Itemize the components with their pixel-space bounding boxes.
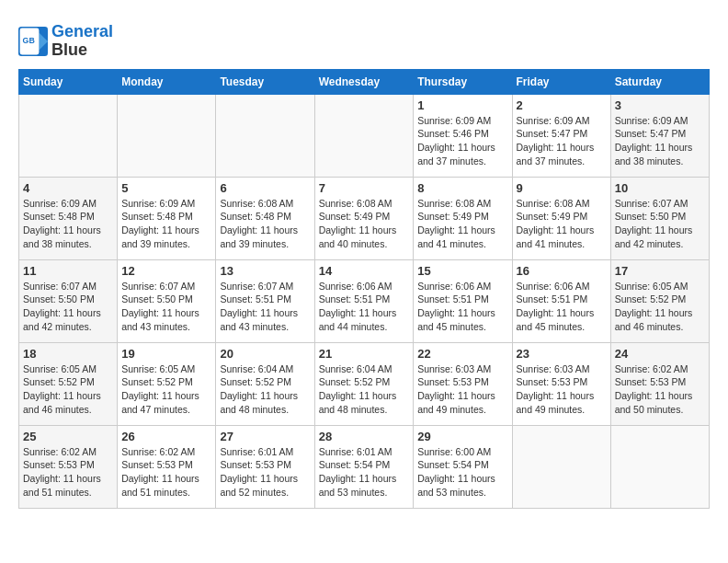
- day-info: Sunrise: 6:05 AM Sunset: 5:52 PM Dayligh…: [615, 280, 705, 334]
- calendar-cell: 24Sunrise: 6:02 AM Sunset: 5:53 PM Dayli…: [610, 342, 709, 425]
- day-info: Sunrise: 6:08 AM Sunset: 5:48 PM Dayligh…: [220, 197, 310, 251]
- day-info: Sunrise: 6:00 AM Sunset: 5:54 PM Dayligh…: [417, 445, 507, 500]
- calendar-cell: 17Sunrise: 6:05 AM Sunset: 5:52 PM Dayli…: [610, 259, 709, 342]
- calendar-cell: 4Sunrise: 6:09 AM Sunset: 5:48 PM Daylig…: [19, 177, 118, 259]
- page-header: GB GeneralBlue: [18, 18, 710, 60]
- day-number: 28: [319, 430, 410, 443]
- day-info: Sunrise: 6:07 AM Sunset: 5:50 PM Dayligh…: [615, 197, 705, 251]
- calendar-week-row: 25Sunrise: 6:02 AM Sunset: 5:53 PM Dayli…: [19, 425, 710, 508]
- calendar-cell: [610, 425, 709, 508]
- day-header-wednesday: Wednesday: [314, 69, 414, 94]
- day-info: Sunrise: 6:02 AM Sunset: 5:53 PM Dayligh…: [23, 445, 113, 500]
- calendar-cell: 15Sunrise: 6:06 AM Sunset: 5:51 PM Dayli…: [414, 259, 512, 342]
- calendar-cell: 25Sunrise: 6:02 AM Sunset: 5:53 PM Dayli…: [19, 425, 118, 508]
- calendar-cell: [19, 94, 118, 177]
- calendar-cell: 19Sunrise: 6:05 AM Sunset: 5:52 PM Dayli…: [118, 342, 216, 425]
- day-number: 21: [319, 347, 410, 361]
- day-info: Sunrise: 6:04 AM Sunset: 5:52 PM Dayligh…: [220, 362, 310, 417]
- day-header-saturday: Saturday: [610, 69, 709, 94]
- day-number: 22: [417, 347, 507, 361]
- calendar-cell: [118, 94, 216, 177]
- day-info: Sunrise: 6:05 AM Sunset: 5:52 PM Dayligh…: [121, 362, 211, 417]
- calendar-cell: [216, 94, 314, 177]
- day-info: Sunrise: 6:07 AM Sunset: 5:50 PM Dayligh…: [121, 280, 211, 334]
- calendar-cell: 14Sunrise: 6:06 AM Sunset: 5:51 PM Dayli…: [314, 259, 414, 342]
- calendar-cell: 23Sunrise: 6:03 AM Sunset: 5:53 PM Dayli…: [512, 342, 610, 425]
- day-number: 12: [121, 264, 211, 278]
- day-number: 15: [417, 264, 507, 278]
- calendar-cell: 26Sunrise: 6:02 AM Sunset: 5:53 PM Dayli…: [118, 425, 216, 508]
- day-header-tuesday: Tuesday: [216, 69, 314, 94]
- day-number: 1: [417, 98, 507, 112]
- calendar-cell: 1Sunrise: 6:09 AM Sunset: 5:46 PM Daylig…: [414, 94, 512, 177]
- calendar-table: SundayMondayTuesdayWednesdayThursdayFrid…: [18, 69, 710, 509]
- calendar-cell: 9Sunrise: 6:08 AM Sunset: 5:49 PM Daylig…: [512, 177, 610, 259]
- day-number: 27: [220, 430, 310, 443]
- calendar-cell: 6Sunrise: 6:08 AM Sunset: 5:48 PM Daylig…: [216, 177, 314, 259]
- day-info: Sunrise: 6:04 AM Sunset: 5:52 PM Dayligh…: [319, 362, 410, 417]
- day-info: Sunrise: 6:02 AM Sunset: 5:53 PM Dayligh…: [615, 362, 705, 417]
- calendar-header-row: SundayMondayTuesdayWednesdayThursdayFrid…: [19, 69, 710, 94]
- day-header-monday: Monday: [118, 69, 216, 94]
- calendar-cell: 28Sunrise: 6:01 AM Sunset: 5:54 PM Dayli…: [314, 425, 414, 508]
- day-info: Sunrise: 6:07 AM Sunset: 5:50 PM Dayligh…: [23, 280, 113, 334]
- day-info: Sunrise: 6:09 AM Sunset: 5:48 PM Dayligh…: [121, 197, 211, 251]
- day-header-friday: Friday: [512, 69, 610, 94]
- calendar-cell: 13Sunrise: 6:07 AM Sunset: 5:51 PM Dayli…: [216, 259, 314, 342]
- calendar-cell: 5Sunrise: 6:09 AM Sunset: 5:48 PM Daylig…: [118, 177, 216, 259]
- calendar-cell: 12Sunrise: 6:07 AM Sunset: 5:50 PM Dayli…: [118, 259, 216, 342]
- calendar-week-row: 11Sunrise: 6:07 AM Sunset: 5:50 PM Dayli…: [19, 259, 710, 342]
- calendar-cell: 27Sunrise: 6:01 AM Sunset: 5:53 PM Dayli…: [216, 425, 314, 508]
- calendar-cell: 7Sunrise: 6:08 AM Sunset: 5:49 PM Daylig…: [314, 177, 414, 259]
- day-info: Sunrise: 6:01 AM Sunset: 5:53 PM Dayligh…: [220, 445, 310, 500]
- day-number: 4: [23, 181, 113, 195]
- day-number: 25: [23, 430, 113, 443]
- calendar-cell: 20Sunrise: 6:04 AM Sunset: 5:52 PM Dayli…: [216, 342, 314, 425]
- day-number: 11: [23, 264, 113, 278]
- day-info: Sunrise: 6:06 AM Sunset: 5:51 PM Dayligh…: [417, 280, 507, 334]
- calendar-cell: 8Sunrise: 6:08 AM Sunset: 5:49 PM Daylig…: [414, 177, 512, 259]
- day-info: Sunrise: 6:03 AM Sunset: 5:53 PM Dayligh…: [417, 362, 507, 417]
- day-number: 18: [23, 347, 113, 361]
- day-number: 13: [220, 264, 310, 278]
- day-info: Sunrise: 6:09 AM Sunset: 5:47 PM Dayligh…: [615, 114, 705, 168]
- day-info: Sunrise: 6:06 AM Sunset: 5:51 PM Dayligh…: [319, 280, 410, 334]
- day-number: 10: [615, 181, 705, 195]
- day-number: 26: [121, 430, 211, 443]
- day-number: 14: [319, 264, 410, 278]
- calendar-cell: 29Sunrise: 6:00 AM Sunset: 5:54 PM Dayli…: [414, 425, 512, 508]
- day-number: 20: [220, 347, 310, 361]
- day-info: Sunrise: 6:08 AM Sunset: 5:49 PM Dayligh…: [417, 197, 507, 251]
- day-header-sunday: Sunday: [19, 69, 118, 94]
- day-info: Sunrise: 6:06 AM Sunset: 5:51 PM Dayligh…: [517, 280, 607, 334]
- day-info: Sunrise: 6:05 AM Sunset: 5:52 PM Dayligh…: [23, 362, 113, 417]
- day-number: 17: [615, 264, 705, 278]
- calendar-cell: 18Sunrise: 6:05 AM Sunset: 5:52 PM Dayli…: [19, 342, 118, 425]
- calendar-cell: 21Sunrise: 6:04 AM Sunset: 5:52 PM Dayli…: [314, 342, 414, 425]
- calendar-week-row: 18Sunrise: 6:05 AM Sunset: 5:52 PM Dayli…: [19, 342, 710, 425]
- calendar-cell: 16Sunrise: 6:06 AM Sunset: 5:51 PM Dayli…: [512, 259, 610, 342]
- day-number: 8: [417, 181, 507, 195]
- logo: GB GeneralBlue: [18, 23, 113, 60]
- day-number: 3: [615, 98, 705, 112]
- day-info: Sunrise: 6:01 AM Sunset: 5:54 PM Dayligh…: [319, 445, 410, 500]
- day-number: 7: [319, 181, 410, 195]
- day-number: 9: [517, 181, 607, 195]
- day-info: Sunrise: 6:09 AM Sunset: 5:47 PM Dayligh…: [517, 114, 607, 168]
- calendar-cell: 22Sunrise: 6:03 AM Sunset: 5:53 PM Dayli…: [414, 342, 512, 425]
- calendar-cell: 2Sunrise: 6:09 AM Sunset: 5:47 PM Daylig…: [512, 94, 610, 177]
- logo-icon: GB: [18, 27, 48, 56]
- day-number: 2: [517, 98, 607, 112]
- day-info: Sunrise: 6:09 AM Sunset: 5:48 PM Dayligh…: [23, 197, 113, 251]
- day-info: Sunrise: 6:07 AM Sunset: 5:51 PM Dayligh…: [220, 280, 310, 334]
- day-number: 6: [220, 181, 310, 195]
- calendar-week-row: 4Sunrise: 6:09 AM Sunset: 5:48 PM Daylig…: [19, 177, 710, 259]
- day-number: 16: [517, 264, 607, 278]
- calendar-week-row: 1Sunrise: 6:09 AM Sunset: 5:46 PM Daylig…: [19, 94, 710, 177]
- day-number: 23: [517, 347, 607, 361]
- day-number: 19: [121, 347, 211, 361]
- calendar-cell: 10Sunrise: 6:07 AM Sunset: 5:50 PM Dayli…: [610, 177, 709, 259]
- calendar-cell: [512, 425, 610, 508]
- day-info: Sunrise: 6:08 AM Sunset: 5:49 PM Dayligh…: [319, 197, 410, 251]
- calendar-cell: 3Sunrise: 6:09 AM Sunset: 5:47 PM Daylig…: [610, 94, 709, 177]
